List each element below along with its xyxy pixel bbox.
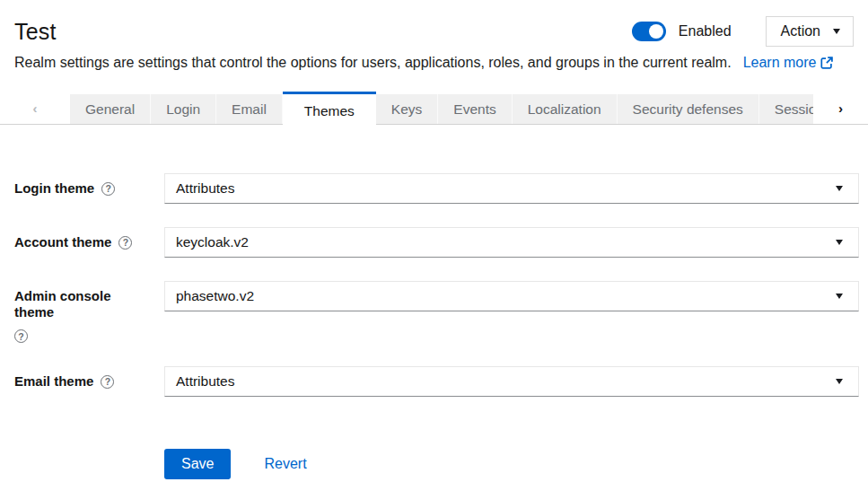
- tab-email[interactable]: Email: [216, 94, 283, 124]
- tab-scroll-left-button[interactable]: ‹: [0, 92, 70, 124]
- email-theme-label: Email theme: [14, 373, 93, 390]
- enabled-label: Enabled: [679, 23, 732, 39]
- tab-scroll-right-button[interactable]: ›: [813, 92, 868, 124]
- chevron-right-icon: ›: [838, 101, 843, 115]
- tab-localization[interactable]: Localization: [513, 94, 618, 124]
- help-icon[interactable]: ?: [101, 182, 115, 196]
- tab-label: Themes: [304, 103, 355, 119]
- external-link-icon: [820, 57, 833, 69]
- select-value: phasetwo.v2: [176, 288, 254, 304]
- email-theme-row: Email theme ? Attributes: [14, 366, 859, 397]
- tab-label: Keys: [391, 101, 422, 118]
- action-button-label: Action: [781, 23, 820, 39]
- tab-bar: ‹ General Login Email Themes Keys Events…: [0, 92, 868, 128]
- tab-label: Email: [232, 101, 267, 118]
- enabled-toggle[interactable]: [632, 22, 666, 41]
- tab-label: Events: [453, 101, 495, 118]
- caret-down-icon: [836, 294, 843, 299]
- help-icon[interactable]: ?: [101, 375, 114, 389]
- toggle-knob-icon: [649, 24, 663, 39]
- form-actions: Save Revert: [164, 449, 859, 479]
- admin-console-theme-label: Admin console theme: [14, 288, 153, 320]
- header-controls: Enabled Action: [632, 16, 854, 47]
- tab-sessions[interactable]: Sessions: [759, 94, 813, 124]
- tabs-viewport: General Login Email Themes Keys Events L…: [70, 92, 813, 128]
- help-icon[interactable]: ?: [14, 329, 28, 343]
- caret-down-icon: [836, 379, 843, 384]
- caret-down-icon: [836, 240, 843, 245]
- select-value: keycloak.v2: [176, 234, 249, 250]
- account-theme-row: Account theme ? keycloak.v2: [14, 227, 859, 258]
- tab-label: General: [85, 101, 135, 118]
- help-icon[interactable]: ?: [118, 236, 132, 250]
- admin-console-theme-select[interactable]: phasetwo.v2: [164, 281, 859, 311]
- tab-general[interactable]: General: [70, 94, 151, 124]
- save-button[interactable]: Save: [164, 449, 231, 479]
- tab-label: Security defenses: [633, 101, 743, 118]
- select-value: Attributes: [176, 180, 234, 197]
- tab-keys[interactable]: Keys: [376, 94, 438, 124]
- select-value: Attributes: [176, 373, 234, 390]
- revert-link[interactable]: Revert: [264, 456, 306, 472]
- page-header: Test Enabled Action Realm settings are s…: [0, 0, 868, 72]
- tab-label: Sessions: [775, 101, 813, 118]
- account-theme-select[interactable]: keycloak.v2: [164, 227, 859, 258]
- tab-label: Login: [166, 101, 200, 118]
- caret-down-icon: [836, 186, 843, 191]
- tab-themes[interactable]: Themes: [283, 92, 376, 128]
- tab-security-defenses[interactable]: Security defenses: [618, 94, 759, 124]
- chevron-left-icon: ‹: [33, 101, 38, 115]
- tab-login[interactable]: Login: [151, 94, 216, 124]
- tab-label: Localization: [528, 101, 601, 118]
- learn-more-label: Learn more: [743, 55, 817, 71]
- page-subtitle: Realm settings are settings that control…: [14, 53, 732, 72]
- login-theme-select[interactable]: Attributes: [164, 173, 859, 204]
- page-title: Test: [14, 18, 57, 45]
- themes-form: Login theme ? Attributes Account theme ?…: [0, 128, 868, 479]
- login-theme-row: Login theme ? Attributes: [14, 173, 859, 204]
- email-theme-select[interactable]: Attributes: [164, 366, 859, 397]
- admin-console-theme-row: Admin console theme ? phasetwo.v2: [14, 281, 859, 343]
- caret-down-icon: [833, 29, 840, 34]
- account-theme-label: Account theme: [14, 234, 111, 250]
- action-button[interactable]: Action: [766, 16, 854, 47]
- login-theme-label: Login theme: [14, 180, 94, 197]
- tab-events[interactable]: Events: [438, 94, 512, 124]
- learn-more-link[interactable]: Learn more: [743, 55, 834, 71]
